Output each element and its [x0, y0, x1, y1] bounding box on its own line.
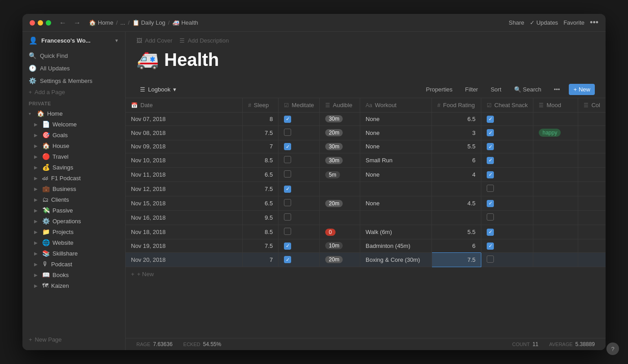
col-date[interactable]: 📅Date [126, 98, 243, 113]
cell-date[interactable]: Nov 20, 2018 [126, 252, 243, 267]
cell-meditate[interactable] [279, 182, 320, 196]
share-button[interactable]: Share [509, 19, 524, 26]
cell-meditate[interactable] [279, 239, 320, 253]
cheat-snack-checkbox[interactable] [487, 143, 494, 150]
meditate-checkbox[interactable] [284, 186, 291, 193]
add-description-button[interactable]: ☰ Add Description [179, 37, 229, 44]
sidebar-item-passive[interactable]: ▶ 💸 Passive [22, 205, 125, 216]
meditate-checkbox[interactable] [284, 256, 291, 263]
meditate-checkbox[interactable] [284, 129, 291, 136]
page-emoji[interactable]: 🚑 [136, 49, 159, 70]
cell-date[interactable]: Nov 19, 2018 [126, 239, 243, 253]
sidebar-item-house[interactable]: ▶ 🏠 House [22, 140, 125, 151]
cell-meditate[interactable] [279, 126, 320, 140]
cell-sleep[interactable]: 8.5 [243, 153, 279, 168]
cell-cheat-snack[interactable] [481, 113, 533, 126]
col-food-rating[interactable]: #Food Rating [432, 98, 481, 113]
meditate-checkbox[interactable] [284, 156, 291, 163]
cell-cheat-snack[interactable] [481, 211, 533, 225]
cell-col[interactable] [578, 182, 606, 196]
view-selector-button[interactable]: ☰ Logbook ▾ [136, 84, 180, 95]
sidebar-item-books[interactable]: ▶ 📖 Books [22, 269, 125, 280]
cheat-snack-checkbox[interactable] [487, 185, 494, 192]
forward-button[interactable]: → [71, 18, 83, 28]
meditate-checkbox[interactable] [284, 199, 291, 206]
col-mood[interactable]: ☰Mood [533, 98, 578, 113]
cell-col[interactable] [578, 113, 606, 126]
cell-sleep[interactable]: 8 [243, 113, 279, 126]
cell-mood[interactable] [533, 168, 578, 182]
breadcrumb-health[interactable]: 🚑 Health [172, 19, 198, 26]
sidebar-item-skillshare[interactable]: ▶ 📚 Skillshare [22, 248, 125, 259]
cell-mood[interactable] [533, 225, 578, 239]
cell-col[interactable] [578, 126, 606, 140]
cell-col[interactable] [578, 252, 606, 267]
cell-food-rating[interactable]: 6 [432, 239, 481, 253]
table-row[interactable]: Nov 15, 20186.520mNone4.5 [126, 196, 606, 211]
cell-meditate[interactable] [279, 140, 320, 153]
cell-date[interactable]: Nov 15, 2018 [126, 196, 243, 211]
minimize-button[interactable] [38, 20, 43, 26]
cell-sleep[interactable]: 7 [243, 252, 279, 267]
cell-date[interactable]: Nov 18, 2018 [126, 225, 243, 239]
cell-food-rating[interactable]: 5.5 [432, 140, 481, 153]
all-updates-button[interactable]: 🕐 All Updates [22, 62, 125, 74]
sidebar-item-home[interactable]: ▾ 🏠 Home [22, 108, 125, 119]
cell-meditate[interactable] [279, 252, 320, 267]
cell-sleep[interactable]: 6.5 [243, 196, 279, 211]
meditate-checkbox[interactable] [284, 213, 291, 221]
cell-food-rating[interactable]: 4 [432, 168, 481, 182]
workspace-header[interactable]: 👤 Francesco's Wo... ▼ [22, 32, 125, 49]
maximize-button[interactable] [46, 20, 51, 26]
cell-audible[interactable]: 20m [320, 252, 360, 267]
cell-audible[interactable] [320, 211, 360, 225]
table-row[interactable]: Nov 07, 2018830mNone6.5 [126, 113, 606, 126]
table-row[interactable]: Nov 08, 20187.520mNone3happy [126, 126, 606, 140]
settings-button[interactable]: ⚙️ Settings & Members [22, 74, 125, 87]
sidebar-item-clients[interactable]: ▶ 🗂 Clients [22, 194, 125, 205]
col-cheat-snack[interactable]: ☑Cheat Snack [481, 98, 533, 113]
cell-audible[interactable]: 20m [320, 126, 360, 140]
cheat-snack-checkbox[interactable] [487, 157, 494, 164]
cell-workout[interactable]: Walk (6m) [360, 225, 432, 239]
table-row[interactable]: Nov 09, 2018730mNone5.5 [126, 140, 606, 153]
cell-col[interactable] [578, 239, 606, 253]
new-entry-button[interactable]: + New [569, 84, 595, 95]
cell-audible[interactable]: 0 [320, 225, 360, 239]
col-workout[interactable]: AaWorkout [360, 98, 432, 113]
cell-date[interactable]: Nov 12, 2018 [126, 182, 243, 196]
cell-meditate[interactable] [279, 211, 320, 225]
cell-cheat-snack[interactable] [481, 252, 533, 267]
cell-workout[interactable]: None [360, 196, 432, 211]
cell-audible[interactable]: 30m [320, 140, 360, 153]
sidebar-item-savings[interactable]: ▶ 💰 Savings [22, 162, 125, 173]
cell-cheat-snack[interactable] [481, 239, 533, 253]
cell-meditate[interactable] [279, 153, 320, 168]
meditate-checkbox[interactable] [284, 228, 291, 235]
cell-mood[interactable] [533, 239, 578, 253]
new-row-button[interactable]: + + New [126, 267, 606, 281]
sidebar-item-f1podcast[interactable]: ▶ 🏎 F1 Podcast [22, 173, 125, 183]
cheat-snack-checkbox[interactable] [487, 213, 494, 221]
breadcrumb-ellipsis[interactable]: ... [120, 19, 125, 26]
favorite-button[interactable]: Favorite [563, 19, 584, 26]
properties-button[interactable]: Properties [423, 84, 456, 95]
cell-col[interactable] [578, 153, 606, 168]
cell-sleep[interactable]: 8.5 [243, 225, 279, 239]
cell-mood[interactable] [533, 182, 578, 196]
cheat-snack-checkbox[interactable] [487, 129, 494, 136]
cell-food-rating[interactable]: 3 [432, 126, 481, 140]
table-row[interactable]: Nov 11, 20186.55mNone4 [126, 168, 606, 182]
sidebar-item-website[interactable]: ▶ 🌐 Website [22, 237, 125, 248]
meditate-checkbox[interactable] [284, 116, 291, 123]
cell-cheat-snack[interactable] [481, 153, 533, 168]
cell-col[interactable] [578, 196, 606, 211]
table-row[interactable]: Nov 19, 20187.510mBadminton (45m)6 [126, 239, 606, 253]
cell-food-rating[interactable]: 6 [432, 153, 481, 168]
cell-sleep[interactable]: 7 [243, 140, 279, 153]
sidebar-item-welcome[interactable]: ▶ 📄 Welcome [22, 119, 125, 130]
cheat-snack-checkbox[interactable] [487, 171, 494, 178]
meditate-checkbox[interactable] [284, 243, 291, 250]
cell-sleep[interactable]: 7.5 [243, 239, 279, 253]
cell-cheat-snack[interactable] [481, 140, 533, 153]
